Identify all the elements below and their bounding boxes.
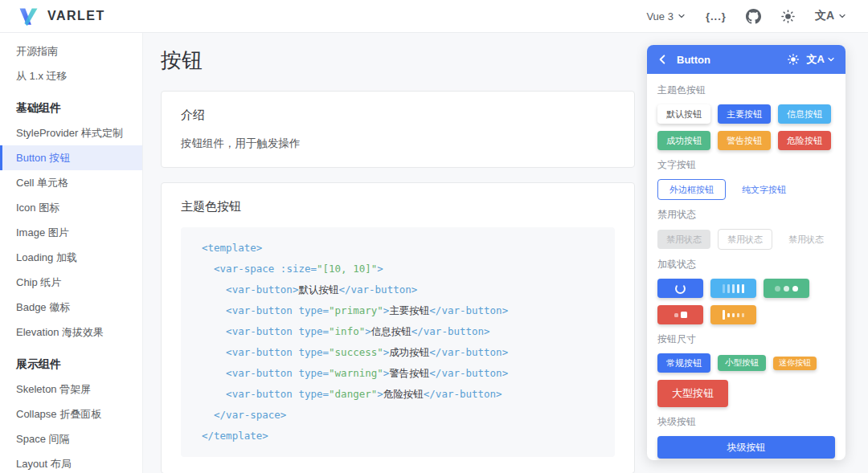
preview-loading-button-wave[interactable]: [710, 279, 756, 298]
code-line: <var-button type="warning">警告按钮</var-but…: [202, 363, 594, 384]
code-segment: type=: [298, 304, 329, 316]
sidebar-item-space[interactable]: Space 间隔: [0, 426, 142, 451]
code-segment: "success": [329, 346, 383, 358]
preview-button-outline[interactable]: 外边框按钮: [657, 179, 726, 200]
preview-button-danger[interactable]: 危险按钮: [778, 131, 831, 150]
code-line: <var-button type="success">成功按钮</var-but…: [202, 342, 594, 363]
preview-button-row: [657, 305, 835, 324]
preview-button-primary[interactable]: 主要按钮: [718, 104, 771, 124]
playground-icon[interactable]: {...}: [706, 10, 727, 22]
code-segment: >: [365, 325, 371, 337]
sidebar-item-icon[interactable]: Icon 图标: [0, 195, 142, 220]
preview-button-warning[interactable]: 警告按钮: [718, 131, 771, 150]
varlet-logo-icon: [18, 6, 39, 27]
code-segment: [202, 283, 226, 296]
code-segment: "danger": [329, 388, 377, 400]
brand-name: VARLET: [47, 9, 105, 23]
preview-section-label: 文字按钮: [657, 158, 835, 172]
preview-language-select[interactable]: 文A: [807, 52, 836, 67]
code-segment: </var-button>: [429, 367, 508, 379]
preview-button-primary[interactable]: 块级按钮: [657, 436, 835, 459]
sidebar-item-collapse[interactable]: Collapse 折叠面板: [0, 402, 142, 426]
preview-button-success[interactable]: 成功按钮: [657, 131, 710, 150]
code-segment: </var-button>: [411, 325, 490, 337]
preview-section-label: 按钮尺寸: [657, 332, 835, 346]
preview-button-danger-large[interactable]: 大型按钮: [657, 380, 728, 407]
github-icon[interactable]: [746, 9, 761, 24]
code-segment: [202, 346, 226, 358]
preview-loading-button-rect[interactable]: [710, 305, 756, 324]
code-segment: <var-button: [226, 304, 298, 316]
version-select[interactable]: Vue 3: [646, 10, 686, 22]
preview-button-success-small[interactable]: 小型按钮: [718, 355, 766, 371]
sidebar-item-style-provider[interactable]: StyleProvider 样式定制: [0, 120, 142, 145]
preview-button-disabled[interactable]: 禁用状态: [657, 230, 710, 249]
theme-toggle-icon[interactable]: [780, 9, 796, 24]
sidebar-item-elevation[interactable]: Elevation 海拔效果: [0, 320, 142, 345]
language-select[interactable]: 文A: [815, 9, 847, 23]
sidebar-item-guide[interactable]: 开源指南: [0, 39, 142, 63]
preview-header: Button 文A: [647, 45, 845, 74]
mobile-preview-panel: Button 文A 主题色按钮默认按钮主要按钮信息按钮成功按钮警告按钮危险按钮文…: [647, 45, 845, 460]
preview-button-disabled-outline[interactable]: 禁用状态: [718, 229, 772, 250]
code-segment: 警告按钮: [389, 367, 429, 379]
code-line: <var-button>默认按钮</var-button>: [202, 279, 594, 300]
wave-loader-icon: [732, 284, 735, 293]
back-icon[interactable]: [657, 53, 669, 66]
preview-button-row: 成功按钮警告按钮危险按钮: [657, 131, 835, 150]
code-segment: </var-space>: [214, 409, 286, 421]
code-segment: [202, 388, 226, 400]
code-segment: </var-button>: [429, 346, 508, 358]
page-title: 按钮: [161, 47, 637, 75]
code-line: </template>: [202, 426, 594, 446]
sidebar-item-button[interactable]: Button 按钮: [0, 145, 142, 170]
chevron-down-icon: [677, 11, 686, 21]
sidebar-item-loading[interactable]: Loading 加载: [0, 245, 142, 270]
sidebar-item-skeleton[interactable]: Skeleton 骨架屏: [0, 377, 142, 402]
sidebar-item-cell[interactable]: Cell 单元格: [0, 170, 142, 195]
preview-button-disabled-text[interactable]: 禁用状态: [780, 230, 833, 249]
code-line: <var-button type="info">信息按钮</var-button…: [202, 321, 594, 342]
code-segment: type=: [298, 367, 329, 379]
code-segment: 默认按钮: [298, 283, 338, 296]
preview-button-warning-mini[interactable]: 迷你按钮: [773, 357, 817, 370]
preview-button-default[interactable]: 默认按钮: [657, 104, 710, 124]
preview-button-info[interactable]: 信息按钮: [778, 104, 831, 124]
sidebar-item-image[interactable]: Image 图片: [0, 220, 142, 245]
preview-translate-icon: 文A: [807, 52, 825, 67]
preview-loading-button-dots[interactable]: [764, 279, 809, 298]
preview-title: Button: [677, 54, 780, 66]
version-label: Vue 3: [646, 10, 674, 22]
chevron-down-icon: [826, 55, 836, 64]
preview-button-text[interactable]: 纯文字按钮: [733, 180, 795, 199]
sidebar: 开源指南从 1.x 迁移基础组件StyleProvider 样式定制Button…: [0, 33, 143, 473]
code-segment: </template>: [202, 430, 268, 442]
code-segment: "[10, 10]": [317, 263, 377, 275]
code-block[interactable]: <template> <var-space :size="[10, 10]"> …: [181, 227, 615, 457]
preview-button-row: 块级按钮: [657, 436, 835, 459]
code-segment: [202, 263, 214, 275]
app-header: VARLET Vue 3 {...} 文A: [0, 0, 868, 33]
preview-loading-button-cube[interactable]: [657, 305, 703, 324]
cube-loader-icon: [681, 312, 687, 318]
brand[interactable]: VARLET: [18, 6, 105, 27]
preview-button-primary[interactable]: 常规按钮: [657, 353, 710, 373]
wave-loader-icon: [737, 284, 739, 293]
code-segment: [202, 325, 226, 337]
preview-section-label: 块级按钮: [657, 415, 835, 429]
code-segment: >: [377, 388, 383, 400]
sidebar-section-display-components: 展示组件: [0, 352, 142, 377]
sidebar-item-migration[interactable]: 从 1.x 迁移: [0, 63, 142, 88]
preview-body: 主题色按钮默认按钮主要按钮信息按钮成功按钮警告按钮危险按钮文字按钮外边框按钮纯文…: [647, 74, 845, 460]
code-segment: "info": [329, 325, 365, 337]
sidebar-item-chip[interactable]: Chip 纸片: [0, 270, 142, 295]
preview-loading-button-circle[interactable]: [657, 279, 703, 298]
intro-card: 介绍 按钮组件，用于触发操作: [161, 91, 635, 168]
code-line: <var-button type="primary">主要按钮</var-but…: [202, 300, 594, 321]
wave-loader-icon: [742, 284, 744, 293]
code-segment: 主要按钮: [389, 304, 429, 316]
sidebar-item-badge[interactable]: Badge 徽标: [0, 295, 142, 320]
code-segment: <var-button: [226, 325, 298, 337]
sidebar-item-layout[interactable]: Layout 布局: [0, 451, 142, 473]
preview-theme-icon[interactable]: [787, 53, 800, 66]
